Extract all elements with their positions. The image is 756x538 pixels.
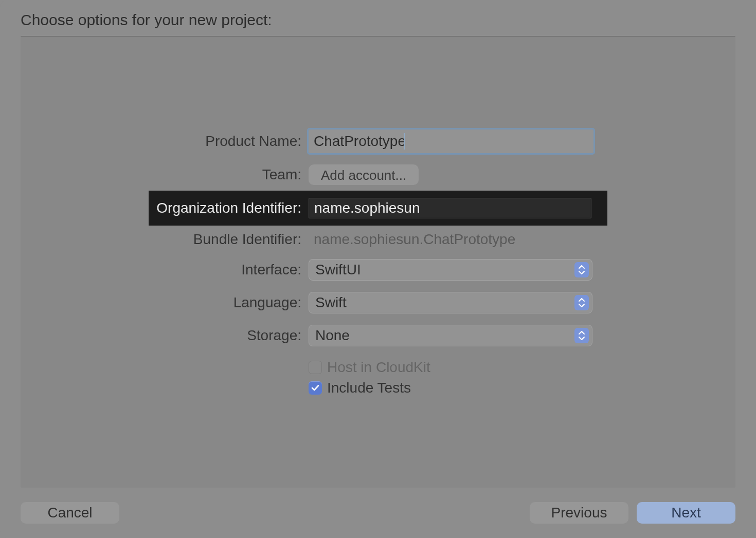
- options-panel: Product Name: Team: Add account... Organ…: [21, 36, 735, 488]
- row-team: Team: Add account...: [154, 159, 602, 191]
- updown-icon: [574, 328, 589, 343]
- product-name-input[interactable]: [309, 129, 593, 153]
- text-caret: [404, 133, 405, 150]
- label-interface: Interface:: [154, 262, 309, 278]
- label-org-id: Organization Identifier:: [154, 200, 309, 216]
- row-cloudkit: Host in CloudKit: [154, 357, 602, 378]
- interface-value: SwiftUI: [309, 262, 574, 278]
- next-button[interactable]: Next: [637, 502, 735, 524]
- row-language: Language: Swift: [154, 286, 602, 319]
- new-project-dialog: Choose options for your new project: Pro…: [0, 0, 756, 538]
- label-product-name: Product Name:: [154, 133, 309, 150]
- interface-select[interactable]: SwiftUI: [309, 259, 592, 281]
- check-icon: [311, 383, 320, 393]
- label-team: Team:: [154, 166, 309, 183]
- language-value: Swift: [309, 294, 574, 311]
- cancel-button[interactable]: Cancel: [21, 502, 119, 524]
- dialog-footer: Cancel Previous Next: [21, 488, 735, 524]
- include-tests-label: Include Tests: [327, 380, 411, 396]
- label-language: Language:: [154, 294, 309, 311]
- row-interface: Interface: SwiftUI: [154, 253, 602, 286]
- language-select[interactable]: Swift: [309, 292, 592, 313]
- bundle-id-value: name.sophiesun.ChatPrototype: [309, 231, 515, 248]
- organization-identifier-input[interactable]: [309, 198, 591, 218]
- storage-select[interactable]: None: [309, 325, 592, 346]
- cloudkit-label: Host in CloudKit: [327, 359, 430, 376]
- row-storage: Storage: None: [154, 319, 602, 352]
- cloudkit-checkbox: [309, 361, 322, 374]
- row-product-name: Product Name:: [154, 124, 602, 159]
- row-org-id: Organization Identifier:: [149, 191, 607, 226]
- updown-icon: [574, 262, 589, 277]
- previous-button[interactable]: Previous: [530, 502, 628, 524]
- dialog-title: Choose options for your new project:: [21, 11, 735, 29]
- row-include-tests: Include Tests: [154, 378, 602, 398]
- add-account-button[interactable]: Add account...: [309, 164, 419, 185]
- label-bundle-id: Bundle Identifier:: [154, 231, 309, 248]
- label-storage: Storage:: [154, 327, 309, 344]
- form: Product Name: Team: Add account... Organ…: [154, 124, 602, 398]
- include-tests-checkbox[interactable]: [309, 381, 322, 395]
- storage-value: None: [309, 327, 574, 344]
- updown-icon: [574, 295, 589, 310]
- row-bundle-id: Bundle Identifier: name.sophiesun.ChatPr…: [154, 226, 602, 253]
